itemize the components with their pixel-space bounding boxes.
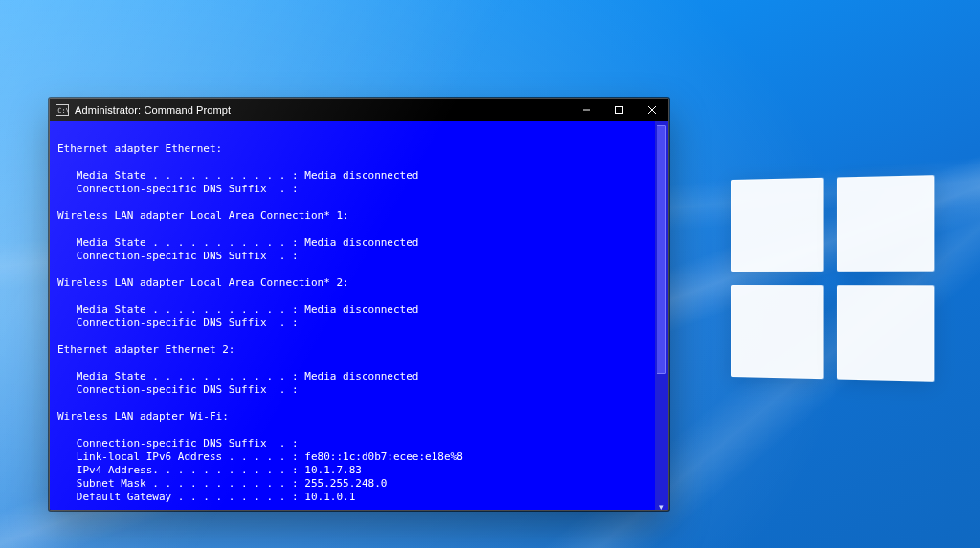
maximize-button[interactable] bbox=[603, 99, 635, 121]
windows-logo-icon bbox=[731, 175, 934, 382]
scrollbar-thumb[interactable] bbox=[657, 125, 666, 374]
minimize-button[interactable] bbox=[570, 99, 603, 121]
scroll-down-arrow[interactable]: ▾ bbox=[655, 500, 668, 511]
terminal-scrollbar[interactable]: ▴ ▾ bbox=[655, 121, 668, 511]
window-titlebar[interactable]: C:\ Administrator: Command Prompt bbox=[50, 99, 668, 121]
svg-rect-2 bbox=[616, 107, 623, 114]
cmd-icon: C:\ bbox=[56, 104, 69, 116]
terminal-output: Ethernet adapter Ethernet: Media State .… bbox=[57, 129, 647, 504]
desktop-wallpaper: C:\ Administrator: Command Prompt Ethern… bbox=[0, 0, 980, 548]
terminal-body[interactable]: Ethernet adapter Ethernet: Media State .… bbox=[50, 121, 655, 511]
window-title: Administrator: Command Prompt bbox=[75, 104, 231, 116]
svg-text:C:\: C:\ bbox=[57, 107, 69, 115]
close-button[interactable] bbox=[635, 99, 668, 121]
command-prompt-window: C:\ Administrator: Command Prompt Ethern… bbox=[49, 98, 669, 511]
